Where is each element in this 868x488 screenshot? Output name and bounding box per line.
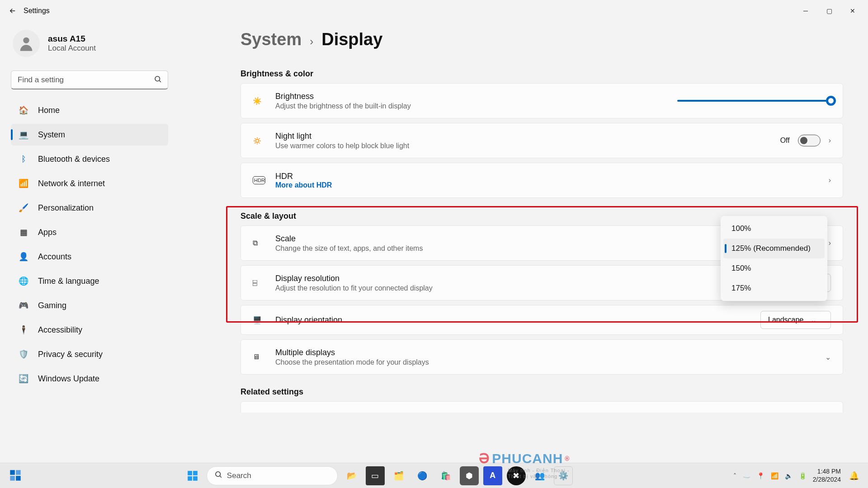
svg-point-0 bbox=[23, 38, 29, 43]
minimize-button[interactable]: ─ bbox=[800, 7, 811, 14]
hdr-link[interactable]: More about HDR bbox=[275, 181, 819, 189]
shield-icon: 🛡️ bbox=[18, 349, 29, 360]
bluetooth-icon: ᛒ bbox=[18, 154, 29, 164]
tray-cloud-icon[interactable]: ☁️ bbox=[743, 472, 750, 479]
widgets-button[interactable] bbox=[9, 469, 23, 483]
person-icon: 👤 bbox=[18, 251, 29, 262]
watermark: ƏPHUCANH® Máy tính - Điện Thoại - Thiết … bbox=[479, 450, 570, 466]
svg-point-10 bbox=[216, 472, 221, 477]
nav-accounts[interactable]: 👤Accounts bbox=[11, 246, 168, 267]
tray-location-icon[interactable]: 📍 bbox=[757, 472, 764, 479]
breadcrumb: System › Display bbox=[181, 30, 868, 49]
svg-rect-2 bbox=[10, 470, 14, 475]
nav-time[interactable]: 🌐Time & language bbox=[11, 270, 168, 292]
tray-volume-icon[interactable]: 🔈 bbox=[785, 472, 793, 479]
chevron-right-icon: › bbox=[829, 136, 831, 145]
start-button[interactable] bbox=[183, 466, 202, 485]
avatar bbox=[13, 30, 40, 57]
scale-option-150[interactable]: 150% bbox=[723, 258, 825, 278]
brightness-card[interactable]: ☀️ Brightness Adjust the brightness of t… bbox=[241, 83, 843, 118]
search-input[interactable] bbox=[11, 70, 168, 89]
svg-rect-5 bbox=[16, 476, 20, 481]
taskbar-search-placeholder: Search bbox=[227, 471, 251, 480]
section-related: Related settings bbox=[181, 387, 868, 397]
nav-system[interactable]: 💻System bbox=[11, 124, 168, 145]
accessibility-icon: 🕴️ bbox=[18, 324, 29, 335]
nav-bluetooth[interactable]: ᛒBluetooth & devices bbox=[11, 148, 168, 170]
related-card-stub bbox=[241, 401, 843, 413]
taskbar-app-4[interactable]: 🔵 bbox=[413, 466, 432, 485]
taskbar-app-7[interactable]: A bbox=[483, 466, 502, 485]
taskbar-app-3[interactable]: 🗂️ bbox=[389, 466, 408, 485]
svg-rect-7 bbox=[193, 471, 198, 475]
profile-block[interactable]: asus A15 Local Account bbox=[11, 29, 168, 58]
scale-option-175[interactable]: 175% bbox=[723, 278, 825, 298]
content-area: System › Display Brightness & color ☀️ B… bbox=[181, 22, 868, 463]
search-icon bbox=[154, 75, 162, 85]
chevron-right-icon: › bbox=[829, 239, 831, 247]
tray-battery-icon[interactable]: 🔋 bbox=[799, 472, 807, 479]
maximize-button[interactable]: ▢ bbox=[824, 7, 835, 14]
breadcrumb-current: Display bbox=[321, 30, 382, 49]
svg-rect-9 bbox=[193, 476, 198, 481]
chevron-down-icon: ⌄ bbox=[825, 353, 831, 361]
scale-option-100[interactable]: 100% bbox=[723, 219, 825, 239]
nav-wu[interactable]: 🔄Windows Update bbox=[11, 368, 168, 389]
taskbar-app-6[interactable]: ⬢ bbox=[460, 466, 479, 485]
update-icon: 🔄 bbox=[18, 373, 29, 384]
search-icon bbox=[214, 470, 222, 481]
wifi-icon: 📶 bbox=[18, 178, 29, 189]
system-icon: 💻 bbox=[18, 129, 29, 140]
breadcrumb-parent[interactable]: System bbox=[241, 30, 302, 49]
orientation-icon: 🖥️ bbox=[253, 316, 265, 324]
toggle-label: Off bbox=[780, 136, 790, 145]
chevron-down-icon: ⌄ bbox=[811, 316, 816, 324]
svg-rect-3 bbox=[16, 470, 20, 475]
nav-home[interactable]: 🏠Home bbox=[11, 99, 168, 121]
nav-privacy[interactable]: 🛡️Privacy & security bbox=[11, 343, 168, 365]
hdr-card[interactable]: HDR HDR More about HDR › bbox=[241, 163, 843, 198]
orientation-select[interactable]: Landscape⌄ bbox=[760, 311, 831, 329]
taskbar-app-2[interactable]: ▭ bbox=[366, 466, 385, 485]
section-brightness-color: Brightness & color bbox=[181, 69, 868, 79]
slider-thumb[interactable] bbox=[826, 96, 836, 106]
titlebar: Settings ─ ▢ ✕ bbox=[0, 0, 868, 22]
chevron-right-icon: › bbox=[829, 176, 831, 184]
tray-notification-icon[interactable]: 🔔 bbox=[849, 471, 859, 481]
nightlight-card[interactable]: 🔅 Night light Use warmer colors to help … bbox=[241, 123, 843, 158]
tray-overflow[interactable]: ˄ bbox=[733, 472, 736, 479]
scale-dropdown: 100% 125% (Recommended) 150% 175% bbox=[721, 216, 827, 301]
profile-sub: Local Account bbox=[48, 44, 96, 53]
home-icon: 🏠 bbox=[18, 105, 29, 116]
sidebar: asus A15 Local Account 🏠Home 💻System ᛒBl… bbox=[0, 22, 181, 463]
scale-icon: ⧉ bbox=[253, 239, 265, 247]
sun-icon: ☀️ bbox=[253, 97, 265, 105]
multidisplay-card[interactable]: 🖥 Multiple displays Choose the presentat… bbox=[241, 339, 843, 375]
close-button[interactable]: ✕ bbox=[847, 7, 858, 14]
apps-icon: ▦ bbox=[18, 227, 29, 238]
nav-gaming[interactable]: 🎮Gaming bbox=[11, 295, 168, 316]
nightlight-toggle[interactable] bbox=[798, 135, 821, 146]
taskbar-app-5[interactable]: 🛍️ bbox=[436, 466, 455, 485]
nav-accessibility[interactable]: 🕴️Accessibility bbox=[11, 319, 168, 341]
svg-rect-4 bbox=[10, 476, 14, 481]
svg-rect-8 bbox=[188, 476, 192, 481]
taskbar-app-1[interactable]: 📂 bbox=[342, 466, 361, 485]
tray-clock[interactable]: 1:48 PM 2/28/2024 bbox=[813, 468, 841, 483]
window-title: Settings bbox=[24, 7, 50, 15]
back-button[interactable] bbox=[5, 4, 20, 18]
tray-wifi-icon[interactable]: 📶 bbox=[771, 472, 778, 479]
nav-personalization[interactable]: 🖌️Personalization bbox=[11, 197, 168, 219]
brightness-slider[interactable] bbox=[677, 100, 831, 102]
taskbar: Search 📂 ▭ 🗂️ 🔵 🛍️ ⬢ A ✖ 👥 ⚙️ ˄ ☁️ 📍 📶 🔈… bbox=[0, 463, 868, 488]
chevron-right-icon: › bbox=[310, 35, 313, 48]
search-box[interactable] bbox=[11, 70, 168, 89]
resolution-icon: ⌸ bbox=[253, 279, 265, 287]
nav-network[interactable]: 📶Network & internet bbox=[11, 173, 168, 194]
scale-option-125[interactable]: 125% (Recommended) bbox=[723, 239, 825, 258]
nav-apps[interactable]: ▦Apps bbox=[11, 221, 168, 243]
nightlight-icon: 🔅 bbox=[253, 136, 265, 145]
orientation-card[interactable]: 🖥️ Display orientation Landscape⌄ bbox=[241, 305, 843, 335]
taskbar-search[interactable]: Search bbox=[207, 466, 338, 485]
multidisplay-icon: 🖥 bbox=[253, 353, 265, 361]
